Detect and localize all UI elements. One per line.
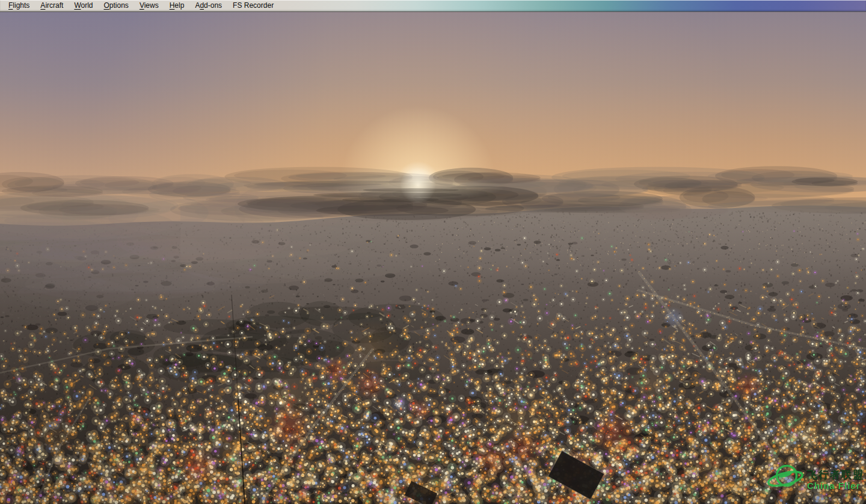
menu-item-flights[interactable]: Flights — [3, 0, 35, 11]
watermark: 飞行者联盟 China Flier — [766, 461, 864, 497]
menu-bar: FlightsAircraftWorldOptionsViewsHelpAdd-… — [0, 0, 866, 12]
menu-item-options[interactable]: Options — [99, 0, 134, 11]
menu-item-aircraft[interactable]: Aircraft — [35, 0, 69, 11]
menu-item-add-ons[interactable]: Add-ons — [189, 0, 227, 11]
menu-item-help[interactable]: Help — [164, 0, 190, 11]
watermark-cn-text: 飞行者联盟 — [807, 469, 864, 481]
watermark-en-text: China Flier — [807, 481, 861, 491]
menu-item-world[interactable]: World — [69, 0, 98, 11]
simulator-window: FlightsAircraftWorldOptionsViewsHelpAdd-… — [0, 0, 866, 504]
globe-orbit-plane-icon — [766, 461, 806, 497]
menu-item-views[interactable]: Views — [134, 0, 164, 11]
simulator-world-view[interactable] — [0, 12, 866, 504]
menu-item-fs-recorder[interactable]: FS Recorder — [227, 0, 279, 11]
